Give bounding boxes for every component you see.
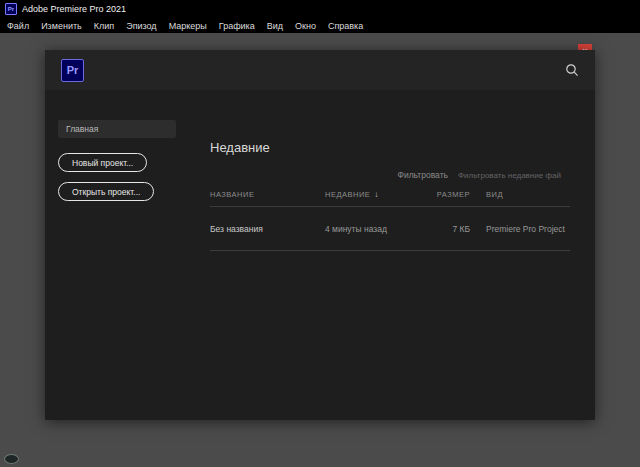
column-header-kind[interactable]: ВИД xyxy=(470,190,570,199)
filter-label: Фильтровать xyxy=(397,170,448,180)
cell-project-name: Без названия xyxy=(210,224,325,234)
open-project-button[interactable]: Открыть проект... xyxy=(58,182,154,201)
recent-files-table: НАЗВАНИЕ НЕДАВНИЕ↓ РАЗМЕР ВИД Без назван… xyxy=(210,190,570,251)
home-sidebar: Главная Новый проект... Открыть проект..… xyxy=(58,120,183,201)
workspace-background: × Pr Главная Новый проек xyxy=(0,33,640,467)
title-bar: Pr Adobe Premiere Pro 2021 xyxy=(0,0,640,18)
menu-bar: Файл Изменить Клип Эпизод Маркеры График… xyxy=(0,18,640,33)
overlay-indicator-icon xyxy=(4,454,19,464)
column-header-size[interactable]: РАЗМЕР xyxy=(425,190,470,199)
search-button[interactable] xyxy=(565,63,579,77)
recent-heading: Недавние xyxy=(210,140,570,155)
menu-graphics[interactable]: Графика xyxy=(219,21,255,31)
table-header-row: НАЗВАНИЕ НЕДАВНИЕ↓ РАЗМЕР ВИД xyxy=(210,190,570,207)
recent-section: Недавние Фильтровать НАЗВАНИЕ НЕДАВНИЕ↓ … xyxy=(210,90,570,251)
premiere-logo-badge: Pr xyxy=(61,59,84,82)
cell-file-kind: Premiere Pro Project xyxy=(470,224,570,234)
sort-descending-icon: ↓ xyxy=(374,190,379,199)
cell-recent-time: 4 минуты назад xyxy=(325,224,425,234)
column-header-name[interactable]: НАЗВАНИЕ xyxy=(210,190,325,199)
menu-help[interactable]: Справка xyxy=(328,21,363,31)
menu-file[interactable]: Файл xyxy=(7,21,29,31)
menu-markers[interactable]: Маркеры xyxy=(169,21,207,31)
menu-window[interactable]: Окно xyxy=(295,21,316,31)
search-icon xyxy=(565,63,579,77)
filter-row: Фильтровать xyxy=(210,170,570,180)
new-project-button[interactable]: Новый проект... xyxy=(58,153,147,172)
app-window: Pr Adobe Premiere Pro 2021 Файл Изменить… xyxy=(0,0,640,467)
table-row[interactable]: Без названия 4 минуты назад 7 КБ Premier… xyxy=(210,207,570,251)
premiere-app-icon: Pr xyxy=(5,3,17,15)
home-screen-dialog: Pr Главная Новый проект... Открыть xyxy=(45,50,595,420)
menu-view[interactable]: Вид xyxy=(267,21,283,31)
menu-clip[interactable]: Клип xyxy=(94,21,114,31)
window-title: Adobe Premiere Pro 2021 xyxy=(22,4,126,14)
sidebar-buttons: Новый проект... Открыть проект... xyxy=(58,153,183,201)
sidebar-item-home[interactable]: Главная xyxy=(58,120,176,138)
filter-input[interactable] xyxy=(458,171,570,180)
home-header: Pr xyxy=(45,50,595,90)
menu-edit[interactable]: Изменить xyxy=(41,21,82,31)
column-header-recent[interactable]: НЕДАВНИЕ↓ xyxy=(325,190,425,199)
cell-file-size: 7 КБ xyxy=(425,224,470,234)
home-body: Главная Новый проект... Открыть проект..… xyxy=(45,90,595,420)
menu-sequence[interactable]: Эпизод xyxy=(126,21,156,31)
